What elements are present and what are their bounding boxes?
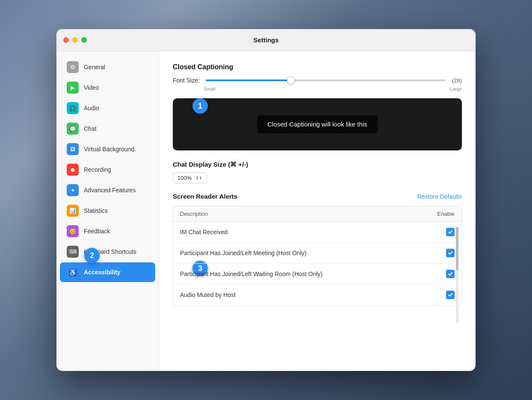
statistics-icon: 📊: [67, 205, 79, 217]
row-checkbox-1[interactable]: [446, 249, 455, 257]
font-size-row: Font Size: (28): [173, 77, 462, 84]
accessibility-icon: ♿: [67, 266, 79, 278]
titlebar: Settings: [56, 29, 476, 51]
sidebar-item-virtual-background[interactable]: 🖼 Virtual Background: [60, 139, 155, 159]
chat-icon: 💬: [67, 123, 79, 135]
sidebar-item-keyboard-shortcuts[interactable]: ⌨ Keyboard Shortcuts: [60, 242, 155, 262]
window-title: Settings: [253, 36, 278, 44]
sidebar-item-label: Recording: [84, 166, 111, 173]
slider-max-label: Large: [450, 86, 462, 91]
screen-reader-section: Screen Reader Alerts Restore Defaults De…: [173, 193, 462, 306]
row-checkbox-2[interactable]: [446, 270, 455, 278]
scrollbar-track: [456, 227, 458, 323]
main-content: 1 2 3 Closed Captioning Font Size: (28): [159, 51, 476, 371]
sidebar: ⚙ General ▶ Video 🎧 Audio 💬 Chat 🖼 Vi: [56, 51, 159, 371]
advanced-features-icon: ✦: [67, 184, 79, 196]
traffic-lights: [63, 37, 87, 43]
sidebar-item-label: General: [84, 64, 105, 71]
close-button[interactable]: [63, 37, 69, 43]
feedback-icon: 😊: [67, 225, 79, 237]
slider-value: (28): [452, 77, 462, 84]
row-description: IM Chat Received: [180, 229, 228, 235]
maximize-button[interactable]: [81, 37, 87, 43]
table-row: Participant Has Joined/Left Meeting (Hos…: [173, 243, 461, 264]
content-area: ⚙ General ▶ Video 🎧 Audio 💬 Chat 🖼 Vi: [56, 51, 476, 371]
chat-display-dropdown[interactable]: 100% ⬆⬇: [173, 173, 207, 183]
table-row: Participant Has Joined/Left Waiting Room…: [173, 264, 461, 285]
chat-display-section: Chat Display Size (⌘ +/-) 100% ⬆⬇: [173, 161, 462, 183]
sidebar-item-chat[interactable]: 💬 Chat: [60, 119, 155, 138]
video-icon: ▶: [67, 82, 79, 94]
scrollbar-thumb[interactable]: [456, 227, 458, 270]
sidebar-item-label: Video: [84, 84, 99, 91]
checkmark-icon: [448, 271, 453, 276]
screen-reader-title: Screen Reader Alerts: [173, 193, 237, 200]
screen-reader-header: Screen Reader Alerts Restore Defaults: [173, 193, 462, 200]
alerts-table: Description Enable IM Chat Received: [173, 206, 462, 306]
keyboard-shortcuts-icon: ⌨: [67, 246, 79, 258]
checkmark-icon: [448, 250, 453, 256]
annotation-bubble-1: 1: [192, 98, 208, 114]
dropdown-value: 100%: [177, 175, 192, 181]
sidebar-item-advanced-features[interactable]: ✦ Advanced Features: [60, 180, 155, 200]
dropdown-chevron-icon: ⬆⬇: [195, 176, 202, 180]
row-description: Audio Muted by Host: [180, 291, 236, 298]
audio-icon: 🎧: [67, 102, 79, 114]
row-checkbox-3[interactable]: [446, 291, 455, 299]
checkmark-icon: [448, 292, 453, 297]
slider-min-label: Small: [204, 86, 216, 91]
general-icon: ⚙: [67, 61, 79, 73]
sidebar-item-audio[interactable]: 🎧 Audio: [60, 98, 155, 118]
row-description: Participant Has Joined/Left Waiting Room…: [180, 271, 322, 277]
table-row: Audio Muted by Host: [173, 285, 461, 305]
closed-captioning-section: Closed Captioning Font Size: (28) Small …: [173, 63, 462, 150]
col-description-header: Description: [180, 211, 208, 217]
sidebar-item-accessibility[interactable]: ♿ Accessibility: [60, 262, 155, 282]
row-description: Participant Has Joined/Left Meeting (Hos…: [180, 250, 307, 256]
caption-preview: Closed Captioning will look like this: [173, 98, 462, 150]
alerts-table-wrapper: Description Enable IM Chat Received: [173, 206, 462, 306]
minimize-button[interactable]: [72, 37, 78, 43]
recording-icon: ⏺: [67, 164, 79, 176]
restore-defaults-link[interactable]: Restore Defaults: [417, 193, 462, 200]
table-row: IM Chat Received: [173, 222, 461, 243]
scrollbar[interactable]: [456, 206, 462, 306]
sidebar-item-general[interactable]: ⚙ General: [60, 57, 155, 77]
row-checkbox-0[interactable]: [446, 228, 455, 236]
sidebar-item-label: Statistics: [84, 207, 108, 214]
sidebar-item-statistics[interactable]: 📊 Statistics: [60, 201, 155, 221]
sidebar-item-label: Virtual Background: [84, 146, 134, 153]
sidebar-item-video[interactable]: ▶ Video: [60, 78, 155, 97]
font-size-label: Font Size:: [173, 77, 200, 84]
sidebar-item-feedback[interactable]: 😊 Feedback: [60, 221, 155, 241]
slider-labels: Small Large: [173, 86, 462, 91]
checkmark-icon: [448, 229, 453, 235]
sidebar-item-label: Advanced Features: [84, 187, 136, 194]
caption-preview-text: Closed Captioning will look like this: [267, 121, 367, 128]
table-header: Description Enable: [173, 206, 461, 222]
caption-text-box: Closed Captioning will look like this: [257, 115, 377, 133]
sidebar-item-label: Chat: [84, 125, 97, 132]
slider-container: [206, 79, 446, 81]
sidebar-item-label: Feedback: [84, 228, 110, 235]
settings-window: Settings ⚙ General ▶ Video 🎧 Audio 💬: [56, 29, 476, 371]
font-size-slider[interactable]: [206, 79, 446, 81]
sidebar-item-recording[interactable]: ⏺ Recording: [60, 160, 155, 179]
col-enable-header: Enable: [437, 211, 455, 217]
closed-captioning-title: Closed Captioning: [173, 63, 462, 71]
sidebar-item-label: Accessibility: [84, 269, 121, 276]
sidebar-item-label: Audio: [84, 105, 99, 112]
virtual-background-icon: 🖼: [67, 143, 79, 155]
chat-display-title: Chat Display Size (⌘ +/-): [173, 161, 462, 168]
